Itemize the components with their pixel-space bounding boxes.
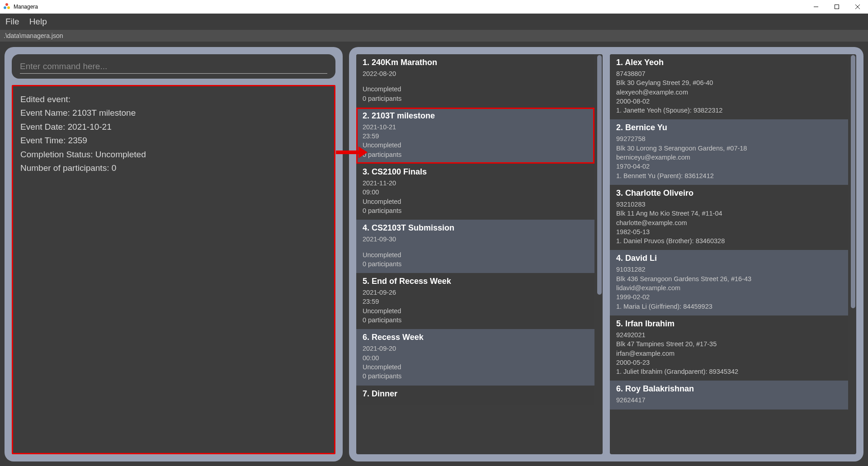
event-detail: 23:59 <box>363 297 588 306</box>
event-detail: 0 participants <box>363 94 588 103</box>
person-detail: 99272758 <box>616 134 842 143</box>
event-detail: 2021-11-20 <box>363 179 588 188</box>
event-detail: Uncompleted <box>363 306 588 315</box>
event-detail: Uncompleted <box>363 141 588 150</box>
result-line: Completion Status: Uncompleted <box>20 148 327 161</box>
event-card[interactable]: 4. CS2103T Submission2021-09-30Uncomplet… <box>356 220 594 273</box>
event-card[interactable]: 6. Recess Week2021-09-2000:00Uncompleted… <box>356 329 594 385</box>
command-box <box>12 54 335 79</box>
event-title: 4. CS2103T Submission <box>363 223 588 233</box>
event-title: 7. Dinner <box>363 389 588 399</box>
event-title: 5. End of Recess Week <box>363 277 588 286</box>
event-detail: 2021-09-30 <box>363 235 588 244</box>
person-detail: charlotte@example.com <box>616 218 842 227</box>
person-name: 6. Roy Balakrishnan <box>616 384 842 394</box>
person-detail: 1. Daniel Pruvos (Brother): 83460328 <box>616 236 842 245</box>
event-title: 1. 240Km Marathon <box>363 58 588 67</box>
events-scrollbar[interactable] <box>596 54 603 454</box>
person-detail: 87438807 <box>616 69 842 78</box>
person-detail: Blk 30 Lorong 3 Serangoon Gardens, #07-1… <box>616 144 842 153</box>
person-detail: 2000-08-02 <box>616 97 842 106</box>
person-card[interactable]: 3. Charlotte Oliveiro93210283Blk 11 Ang … <box>610 185 848 250</box>
main-area: Edited event: Event Name: 2103T mileston… <box>0 42 868 466</box>
window-titlebar: Managera <box>0 0 868 14</box>
event-card[interactable]: 5. End of Recess Week2021-09-2623:59Unco… <box>356 273 594 329</box>
window-minimize-button[interactable] <box>806 0 826 14</box>
person-detail: 93210283 <box>616 200 842 209</box>
window-maximize-button[interactable] <box>826 0 847 14</box>
menubar: File Help <box>0 14 868 30</box>
event-detail: 0 participants <box>363 206 588 215</box>
file-path-bar: .\data\managera.json <box>0 30 868 42</box>
person-card[interactable]: 1. Alex Yeoh87438807Blk 30 Geylang Stree… <box>610 54 848 119</box>
persons-scrollbar-thumb[interactable] <box>851 55 855 308</box>
person-card[interactable]: 4. David Li91031282Blk 436 Serangoon Gar… <box>610 250 848 315</box>
person-detail: 92624417 <box>616 395 842 405</box>
event-detail: 0 participants <box>363 372 588 381</box>
person-detail: 92492021 <box>616 330 842 339</box>
result-line: Number of participants: 0 <box>20 161 327 175</box>
person-detail: 91031282 <box>616 265 842 274</box>
event-detail: 0 participants <box>363 259 588 268</box>
event-detail: 2021-09-20 <box>363 344 588 353</box>
event-card[interactable]: 2. 2103T milestone2021-10-2123:59Uncompl… <box>356 108 594 164</box>
person-detail: Blk 30 Geylang Street 29, #06-40 <box>616 78 842 87</box>
events-list: 1. 240Km Marathon2022-08-20Uncompleted0 … <box>356 54 603 454</box>
person-detail: 1. Maria Li (Girlfriend): 84459923 <box>616 302 842 311</box>
command-input[interactable] <box>20 60 327 74</box>
person-detail: 1982-05-13 <box>616 227 842 236</box>
left-panel: Edited event: Event Name: 2103T mileston… <box>5 47 343 461</box>
person-detail: Blk 11 Ang Mo Kio Street 74, #11-04 <box>616 209 842 218</box>
svg-rect-1 <box>835 5 839 9</box>
event-detail: 2022-08-20 <box>363 69 588 78</box>
persons-scrollbar[interactable] <box>850 54 856 454</box>
person-detail: 1. Juliet Ibrahim (Grandparent): 8934534… <box>616 367 842 376</box>
event-title: 2. 2103T milestone <box>363 111 588 121</box>
person-detail: 1. Janette Yeoh (Spouse): 93822312 <box>616 106 842 115</box>
menu-help[interactable]: Help <box>29 17 47 27</box>
event-detail: Uncompleted <box>363 362 588 372</box>
events-scrollbar-thumb[interactable] <box>597 55 602 295</box>
event-card[interactable]: 1. 240Km Marathon2022-08-20Uncompleted0 … <box>356 54 594 108</box>
window-close-button[interactable] <box>847 0 868 14</box>
person-detail: 2000-05-23 <box>616 358 842 367</box>
person-name: 4. David Li <box>616 254 842 263</box>
person-detail: Blk 47 Tampines Street 20, #17-35 <box>616 339 842 348</box>
event-detail: 2021-10-21 <box>363 122 588 132</box>
result-line: Event Name: 2103T milestone <box>20 106 327 120</box>
persons-list: 1. Alex Yeoh87438807Blk 30 Geylang Stree… <box>610 54 856 454</box>
person-detail: irfan@example.com <box>616 349 842 358</box>
person-card[interactable]: 5. Irfan Ibrahim92492021Blk 47 Tampines … <box>610 315 848 381</box>
event-detail: Uncompleted <box>363 85 588 94</box>
result-line: Event Time: 2359 <box>20 134 327 147</box>
event-card[interactable]: 3. CS2100 Finals2021-11-2009:00Uncomplet… <box>356 164 594 220</box>
event-detail: 2021-09-26 <box>363 288 588 297</box>
person-name: 3. Charlotte Oliveiro <box>616 188 842 198</box>
event-detail: 0 participants <box>363 315 588 325</box>
window-title: Managera <box>14 4 38 10</box>
person-name: 2. Bernice Yu <box>616 123 842 132</box>
person-name: 5. Irfan Ibrahim <box>616 319 842 329</box>
result-display: Edited event: Event Name: 2103T mileston… <box>12 85 335 454</box>
event-card[interactable]: 7. Dinner <box>356 386 594 405</box>
right-panel: 1. 240Km Marathon2022-08-20Uncompleted0 … <box>349 47 863 461</box>
event-title: 6. Recess Week <box>363 333 588 342</box>
person-detail: alexyeoh@example.com <box>616 88 842 97</box>
event-detail: 09:00 <box>363 188 588 197</box>
person-name: 1. Alex Yeoh <box>616 58 842 67</box>
event-detail: 23:59 <box>363 132 588 141</box>
event-detail: 00:00 <box>363 353 588 362</box>
person-detail: lidavid@example.com <box>616 283 842 292</box>
event-detail: Uncompleted <box>363 197 588 206</box>
person-card[interactable]: 6. Roy Balakrishnan92624417 <box>610 381 848 409</box>
person-detail: Blk 436 Serangoon Gardens Street 26, #16… <box>616 274 842 283</box>
result-line: Event Date: 2021-10-21 <box>20 120 327 134</box>
person-card[interactable]: 2. Bernice Yu99272758Blk 30 Lorong 3 Ser… <box>610 119 848 184</box>
person-detail: 1. Bennett Yu (Parent): 83612412 <box>616 171 842 180</box>
result-line: Edited event: <box>20 93 327 106</box>
menu-file[interactable]: File <box>5 17 19 27</box>
person-detail: berniceyu@example.com <box>616 153 842 162</box>
person-detail: 1999-02-02 <box>616 292 842 301</box>
file-path: .\data\managera.json <box>4 32 63 39</box>
person-detail: 1970-04-02 <box>616 162 842 171</box>
